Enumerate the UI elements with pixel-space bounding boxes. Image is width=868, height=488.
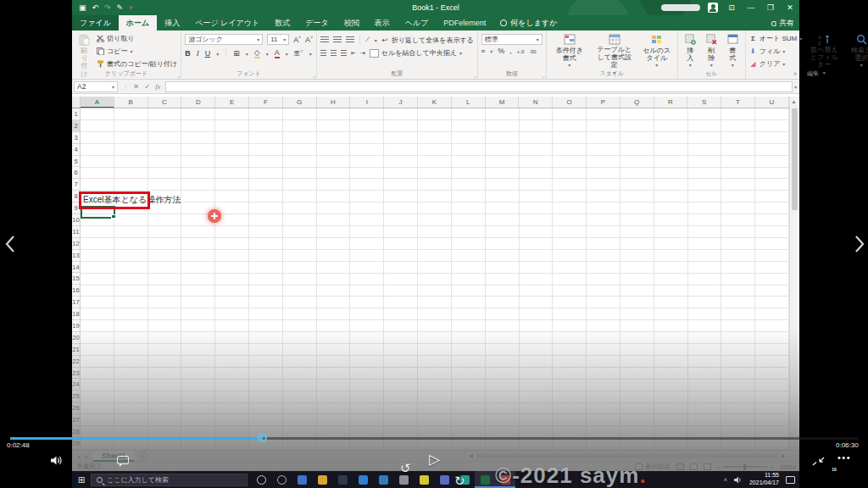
sheet-nav-left-icon[interactable]: ◂ <box>77 453 81 460</box>
orientation-icon[interactable]: ⟋ <box>365 36 370 43</box>
ribbon-tab-挿入[interactable]: 挿入 <box>157 15 187 30</box>
cell-styles-button[interactable]: セルのスタイル▾ <box>640 33 674 69</box>
ribbon-tab-数式[interactable]: 数式 <box>267 15 298 30</box>
ruby-icon[interactable]: 亜ア <box>294 50 303 56</box>
vertical-scrollbar[interactable]: ▲ <box>789 97 798 450</box>
increase-decimal-icon[interactable]: +.0 <box>517 49 525 54</box>
clear-button[interactable]: ◢ クリア▾ <box>749 59 802 69</box>
row-header-10[interactable]: 10 <box>72 214 81 226</box>
column-header-N[interactable]: N <box>519 97 553 108</box>
share-button[interactable]: Ɑ 共有 <box>771 18 794 29</box>
column-header-H[interactable]: H <box>317 97 351 108</box>
row-header-14[interactable]: 14 <box>72 262 81 274</box>
name-box[interactable]: A2▾ <box>74 81 118 92</box>
row-header-2[interactable]: 2 <box>72 120 81 132</box>
row-header-4[interactable]: 4 <box>72 144 81 156</box>
row-header-21[interactable]: 21 <box>72 344 81 356</box>
autosum-button[interactable]: Σ オート SUM▾ <box>749 34 802 43</box>
fill-color-icon[interactable]: ◇ <box>254 49 260 58</box>
column-header-A[interactable]: A <box>81 97 114 108</box>
row-header-7[interactable]: 7 <box>72 179 81 191</box>
account-avatar[interactable] <box>708 3 718 13</box>
column-header-K[interactable]: K <box>418 97 452 108</box>
row-header-27[interactable]: 27 <box>72 414 81 426</box>
row-header-23[interactable]: 23 <box>72 368 81 380</box>
format-painter-button[interactable]: 書式のコピー/貼り付け <box>97 59 177 69</box>
column-header-P[interactable]: P <box>587 97 620 108</box>
next-slide-chevron-icon[interactable] <box>853 234 866 254</box>
taskbar-icon-store[interactable] <box>332 471 353 488</box>
column-header-E[interactable]: E <box>215 97 249 108</box>
row-header-5[interactable]: 5 <box>72 156 81 168</box>
insert-function-icon[interactable]: fx <box>155 82 160 91</box>
column-header-J[interactable]: J <box>384 97 418 108</box>
ribbon-tab-データ[interactable]: データ <box>298 15 336 30</box>
sheet-nav-right-icon[interactable]: ▸ <box>86 453 89 460</box>
bold-button[interactable]: B <box>185 50 191 58</box>
decrease-indent-icon[interactable]: ⇤ <box>351 50 356 56</box>
row-header-15[interactable]: 15 <box>72 273 81 285</box>
row-header-24[interactable]: 24 <box>72 379 81 391</box>
column-header-S[interactable]: S <box>687 97 721 108</box>
row-header-16[interactable]: 16 <box>72 285 81 297</box>
font-dialog-launcher-icon[interactable]: ⌟ <box>313 72 315 78</box>
close-button[interactable]: ✕ <box>784 3 796 12</box>
fill-button[interactable]: ⬇ フィル▾ <box>749 47 802 56</box>
select-all-corner[interactable] <box>72 97 81 108</box>
italic-button[interactable]: I <box>197 50 199 58</box>
number-dialog-launcher-icon[interactable]: ⌟ <box>542 72 545 78</box>
column-header-B[interactable]: B <box>114 97 148 108</box>
decrease-decimal-icon[interactable]: .00 <box>529 49 536 54</box>
row-header-12[interactable]: 12 <box>72 238 81 250</box>
seek-handle[interactable] <box>258 433 267 442</box>
ribbon-tab-ヘルプ[interactable]: ヘルプ <box>398 15 437 30</box>
new-sheet-icon[interactable]: + <box>139 452 148 461</box>
column-header-D[interactable]: D <box>181 97 215 108</box>
horizontal-scroll-thumb[interactable] <box>476 453 778 458</box>
minimize-button[interactable]: — <box>745 3 757 12</box>
taskbar-icon-photos[interactable] <box>292 471 312 488</box>
row-header-1[interactable]: 1 <box>72 108 81 120</box>
exit-fullscreen-icon[interactable] <box>812 457 825 466</box>
row-headers[interactable]: 1234567891011121314151617181920212223242… <box>72 108 81 450</box>
taskbar-icon-cortana[interactable] <box>251 471 271 488</box>
ribbon-tab-ページ レイアウト[interactable]: ページ レイアウト <box>187 15 267 30</box>
font-size-combo[interactable]: 11▾ <box>267 34 289 45</box>
row-header-28[interactable]: 28 <box>72 426 81 438</box>
previous-slide-chevron-icon[interactable] <box>3 234 17 254</box>
namebox-splitter[interactable]: ⋮ <box>123 84 128 90</box>
column-header-C[interactable]: C <box>148 97 182 108</box>
row-header-20[interactable]: 20 <box>72 332 81 344</box>
seek-bar[interactable] <box>10 437 858 440</box>
font-family-combo[interactable]: 游ゴシック▾ <box>185 34 263 45</box>
vertical-scroll-thumb[interactable] <box>792 108 798 210</box>
align-left-icon[interactable] <box>320 50 326 57</box>
decrease-font-icon[interactable]: A˅ <box>305 36 313 44</box>
taskbar-icon-mail[interactable] <box>373 471 393 488</box>
tell-me-box[interactable]: 何をしますか <box>493 15 564 30</box>
row-header-19[interactable]: 19 <box>72 320 81 332</box>
increase-indent-icon[interactable]: ⇥ <box>360 50 365 56</box>
ribbon-tab-PDFelement[interactable]: PDFelement <box>436 15 493 30</box>
taskbar-search-box[interactable]: ここに入力して検索 <box>91 474 248 486</box>
font-color-icon[interactable]: A <box>275 49 280 58</box>
collapse-ribbon-icon[interactable]: ˄ <box>793 71 797 77</box>
horizontal-scrollbar[interactable]: ◀ ▶ <box>465 451 789 460</box>
align-center-icon[interactable] <box>331 50 337 57</box>
merge-center-button[interactable]: セルを結合して中央揃え▾ <box>370 48 462 58</box>
conditional-formatting-button[interactable]: 条件付き書式▾ <box>550 33 589 69</box>
ribbon-display-options-icon[interactable]: ⊡ <box>726 3 737 12</box>
comment-overlay-icon[interactable] <box>117 456 129 464</box>
sort-filter-button[interactable]: AZ 並べ替えとフィルター▾ <box>805 33 843 69</box>
row-header-29[interactable]: 29 <box>72 438 81 450</box>
row-header-22[interactable]: 22 <box>72 356 81 368</box>
copy-button[interactable]: コピー ▾ <box>97 47 177 56</box>
row-header-17[interactable]: 17 <box>72 297 81 308</box>
start-button[interactable]: ⊞ <box>72 475 91 485</box>
scroll-up-icon[interactable]: ▲ <box>790 97 798 107</box>
row-header-11[interactable]: 11 <box>72 226 81 238</box>
row-header-25[interactable]: 25 <box>72 391 81 402</box>
wrap-text-button[interactable]: ↩ 折り返して全体を表示する <box>381 36 474 45</box>
expand-formula-bar-icon[interactable]: ▾ <box>794 84 797 90</box>
delete-cells-button[interactable]: 削除▾ <box>703 33 721 69</box>
